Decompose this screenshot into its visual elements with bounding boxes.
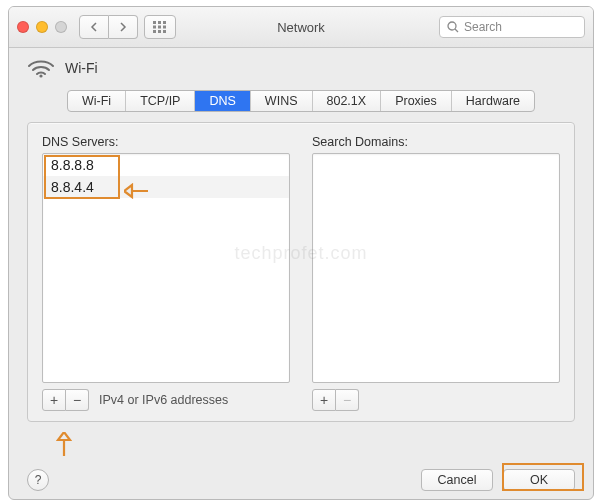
titlebar: Network [9,7,593,48]
svg-rect-4 [158,26,161,29]
dns-servers-label: DNS Servers: [42,135,290,149]
chevron-right-icon [119,22,127,32]
search-domains-label: Search Domains: [312,135,560,149]
svg-rect-8 [163,30,166,33]
help-button[interactable]: ? [27,469,49,491]
svg-point-11 [39,74,42,77]
dns-server-item[interactable]: 8.8.4.4 [43,176,289,198]
tab-bar: Wi-Fi TCP/IP DNS WINS 802.1X Proxies Har… [9,86,593,122]
tab-wins[interactable]: WINS [251,91,313,111]
search-domains-list[interactable] [312,153,560,383]
dns-add-remove: + − [42,389,89,411]
search-domains-add-remove: + − [312,389,359,411]
window-controls [17,21,67,33]
tab-proxies[interactable]: Proxies [381,91,452,111]
close-window-button[interactable] [17,21,29,33]
cancel-button[interactable]: Cancel [421,469,493,491]
dns-hint: IPv4 or IPv6 addresses [99,393,228,407]
interface-name: Wi-Fi [65,60,98,76]
svg-rect-7 [158,30,161,33]
chevron-left-icon [90,22,98,32]
footer: ? Cancel OK [9,469,593,491]
interface-header: Wi-Fi [9,48,593,86]
dns-servers-column: DNS Servers: 8.8.8.8 8.8.4.4 + − IPv4 or… [42,135,290,411]
svg-rect-6 [153,30,156,33]
tab-8021x[interactable]: 802.1X [313,91,382,111]
grid-icon [153,21,167,33]
minimize-window-button[interactable] [36,21,48,33]
search-domains-add-button[interactable]: + [312,389,336,411]
back-button[interactable] [79,15,109,39]
annotation-arrow-up-icon [54,432,74,456]
show-all-button[interactable] [144,15,176,39]
tab-dns[interactable]: DNS [195,91,250,111]
ok-button[interactable]: OK [503,469,575,491]
network-preferences-window: Network Wi-Fi [8,6,594,500]
search-wrap [439,16,585,38]
svg-rect-0 [153,21,156,24]
tab-tcpip[interactable]: TCP/IP [126,91,195,111]
zoom-window-button[interactable] [55,21,67,33]
svg-rect-5 [163,26,166,29]
nav-back-forward [79,15,138,39]
svg-rect-1 [158,21,161,24]
dns-server-item[interactable]: 8.8.8.8 [43,154,289,176]
search-input[interactable] [439,16,585,38]
search-domains-remove-button[interactable]: − [336,389,359,411]
dns-servers-list[interactable]: 8.8.8.8 8.8.4.4 [42,153,290,383]
tab-wifi[interactable]: Wi-Fi [68,91,126,111]
search-domains-column: Search Domains: + − [312,135,560,411]
tab-hardware[interactable]: Hardware [452,91,534,111]
svg-rect-3 [153,26,156,29]
dns-add-button[interactable]: + [42,389,66,411]
svg-rect-2 [163,21,166,24]
dns-panel: DNS Servers: 8.8.8.8 8.8.4.4 + − IPv4 or… [27,122,575,422]
wifi-icon [27,58,55,78]
dns-remove-button[interactable]: − [66,389,89,411]
forward-button[interactable] [109,15,138,39]
